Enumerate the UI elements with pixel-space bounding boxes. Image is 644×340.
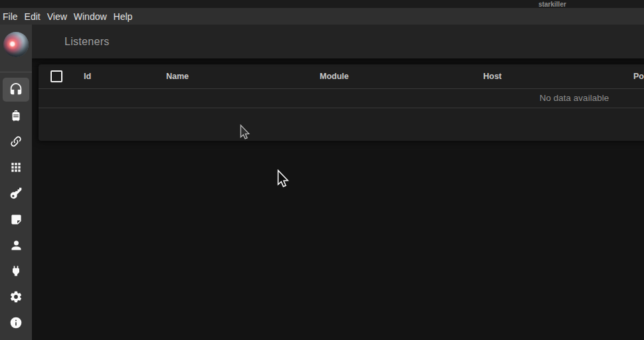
- column-header-port[interactable]: Port: [633, 64, 644, 88]
- menu-help[interactable]: Help: [114, 11, 133, 22]
- sidebar-item-plugins[interactable]: [3, 259, 29, 283]
- sidebar-nav: [3, 78, 29, 335]
- link-icon: [9, 135, 23, 148]
- sidebar-item-reporting[interactable]: [3, 207, 29, 231]
- select-all-checkbox[interactable]: [51, 70, 62, 82]
- sidebar-item-credentials[interactable]: [3, 181, 29, 205]
- sidebar-item-users[interactable]: [3, 233, 29, 257]
- column-header-host[interactable]: Host: [483, 64, 502, 88]
- menu-edit[interactable]: Edit: [25, 11, 41, 22]
- main-content: Listeners Id Name Module Host Port No da…: [32, 25, 644, 340]
- note-icon: [10, 213, 23, 226]
- table-footer: [39, 108, 644, 141]
- os-titlebar: starkiller: [0, 0, 644, 8]
- gear-icon: [9, 290, 23, 303]
- column-header-name[interactable]: Name: [166, 64, 189, 88]
- menu-view[interactable]: View: [47, 11, 67, 22]
- menu-window[interactable]: Window: [74, 11, 107, 22]
- sidebar: [0, 25, 32, 340]
- sidebar-item-about[interactable]: [3, 311, 29, 335]
- menubar: File Edit View Window Help: [0, 8, 644, 25]
- listeners-table: Id Name Module Host Port No data availab…: [39, 64, 644, 141]
- user-icon: [9, 238, 23, 252]
- apps-grid-icon: [9, 161, 23, 174]
- sidebar-divider: [0, 72, 32, 72]
- page-title: Listeners: [64, 36, 110, 48]
- key-icon: [9, 187, 23, 200]
- page-toolbar: Listeners: [32, 25, 644, 58]
- table-header-row: Id Name Module Host Port: [39, 64, 644, 89]
- headset-icon: [9, 82, 23, 97]
- sidebar-item-settings[interactable]: [3, 285, 29, 309]
- sidebar-item-modules[interactable]: [3, 155, 29, 179]
- sidebar-item-stagers[interactable]: [3, 104, 29, 128]
- menu-file[interactable]: File: [3, 11, 18, 22]
- starkiller-logo: [3, 32, 29, 57]
- app-body: Listeners Id Name Module Host Port No da…: [0, 25, 644, 340]
- sidebar-item-listeners[interactable]: [3, 78, 29, 102]
- info-icon: [9, 316, 23, 329]
- starkiller-window: { "window": { "title": "starkiller" }, "…: [0, 0, 644, 340]
- empty-table-message: No data available: [39, 89, 644, 108]
- luggage-icon: [9, 109, 23, 122]
- column-header-module[interactable]: Module: [320, 64, 349, 88]
- plug-icon: [9, 264, 23, 278]
- sidebar-item-agents[interactable]: [3, 129, 29, 153]
- column-header-id[interactable]: Id: [84, 64, 91, 88]
